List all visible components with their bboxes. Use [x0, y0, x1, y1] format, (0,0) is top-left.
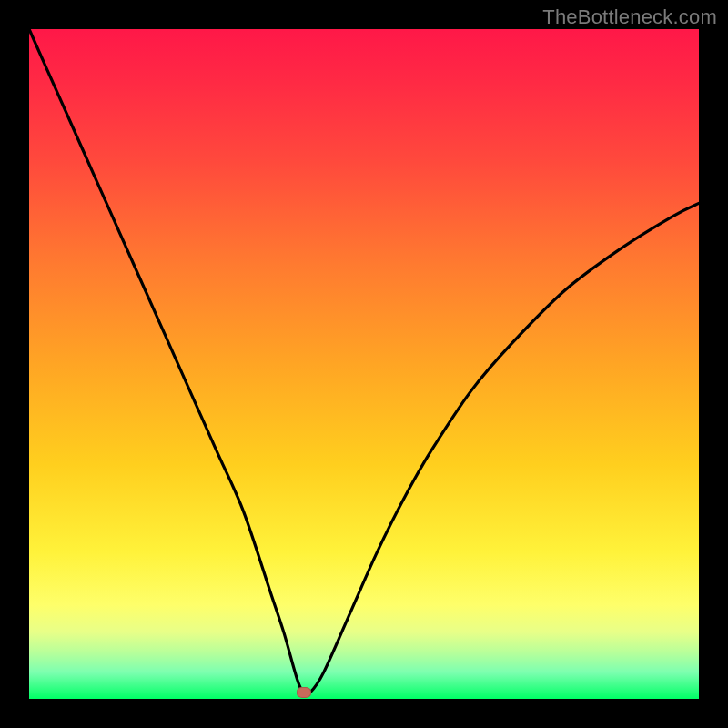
watermark-text: TheBottleneck.com [542, 5, 717, 29]
bottleneck-curve [29, 29, 699, 699]
plot-area [29, 29, 699, 699]
chart-frame: TheBottleneck.com [0, 0, 728, 728]
minimum-marker [297, 687, 311, 698]
